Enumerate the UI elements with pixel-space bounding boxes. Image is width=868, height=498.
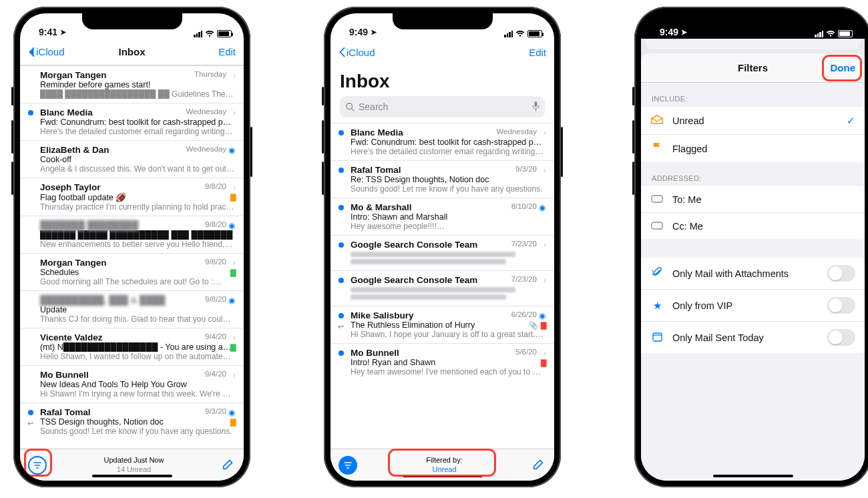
reply-icon: ↩ — [27, 419, 33, 428]
mail-row[interactable]: Mo & Marshall 8/10/20 ◉ Intro: Shawn and… — [331, 198, 554, 235]
cc-icon — [650, 220, 664, 232]
mail-row[interactable]: Vicente Valdez 9/4/20 ›▇ (mt) N█████████… — [20, 328, 244, 365]
search-field[interactable]: Search — [340, 96, 545, 117]
mail-date: Thursday — [194, 70, 226, 78]
mail-row[interactable]: Blanc Media Wednesday › Fwd: Conundrum: … — [331, 123, 554, 160]
mail-preview: Good morning all! The schedules are out!… — [40, 277, 234, 286]
filter-to-me[interactable]: To: Me — [641, 186, 865, 213]
compose-button[interactable] — [221, 457, 236, 473]
large-title: Inbox — [331, 65, 554, 96]
edit-button[interactable]: Edit — [218, 46, 236, 57]
section-include: INCLUDE: — [641, 83, 865, 107]
chevron-right-icon: › — [544, 240, 546, 250]
flag-icon: ▇ — [230, 418, 236, 427]
mail-preview: Hi Shawn! I'm trying a new format this w… — [40, 389, 234, 399]
mail-subject: TSS Design thoughts, Notion doc — [40, 417, 234, 427]
unread-dot — [339, 205, 344, 210]
mail-row[interactable]: ██████████, ███ & ████ 9/8/20 ◉ Update T… — [20, 290, 244, 328]
mail-date: 9/8/20 — [205, 295, 226, 303]
mail-preview: New enhancements to better serve you Hel… — [40, 240, 234, 249]
chevron-right-icon: › — [544, 348, 546, 358]
mail-date: 9/4/20 — [205, 332, 226, 340]
notify-icon: ◉ — [228, 146, 235, 155]
mail-list[interactable]: Blanc Media Wednesday › Fwd: Conundrum: … — [331, 123, 554, 449]
switch-attachments[interactable] — [827, 265, 855, 282]
switch-vip[interactable] — [827, 297, 855, 314]
mail-row[interactable]: Google Search Console Team 7/23/20 › — [331, 270, 554, 306]
mail-subject: Schedules — [40, 268, 234, 277]
mail-row[interactable]: ↩ Rafal Tomal 9/3/20 ◉▇ TSS Design thoug… — [20, 403, 244, 440]
location-icon: ➤ — [371, 28, 377, 36]
mail-date: Wednesday — [186, 107, 226, 115]
signal-icon — [815, 31, 823, 37]
filter-button-active[interactable] — [339, 456, 357, 475]
filter-cc-me[interactable]: Cc: Me — [641, 213, 865, 239]
star-icon: ★ — [650, 300, 664, 312]
flag-icon: ▇ — [541, 321, 546, 330]
unread-dot — [339, 242, 344, 248]
mail-subject: Intro! Ryan and Shawn — [351, 358, 545, 367]
paperclip-icon: 📎 — [529, 321, 538, 330]
edit-button[interactable]: Edit — [529, 47, 546, 58]
filter-flagged[interactable]: Flagged — [641, 135, 865, 162]
mail-row[interactable]: Blanc Media Wednesday › Fwd: Conundrum: … — [20, 103, 244, 140]
compose-button[interactable] — [531, 457, 546, 473]
mail-row[interactable]: Google Search Console Team 7/23/20 › — [331, 235, 554, 270]
nav-bar: iCloud Edit — [331, 39, 554, 65]
notify-icon: ◉ — [228, 221, 235, 230]
filters-sheet: Filters Done INCLUDE: Unread ✓ — [641, 53, 865, 481]
home-indicator — [713, 475, 793, 477]
chevron-right-icon: › — [233, 333, 236, 342]
mail-list[interactable]: Morgan Tangen Thursday › Reminder before… — [20, 65, 244, 449]
battery-icon — [217, 30, 232, 37]
filter-icon — [33, 461, 42, 470]
filter-attachments[interactable]: Only Mail with Attachments — [641, 258, 865, 290]
notify-icon: ◉ — [228, 408, 235, 417]
chevron-right-icon: › — [233, 258, 236, 268]
mail-row[interactable]: Morgan Tangen 9/8/20 ›▇ Schedules Good m… — [20, 253, 244, 290]
mail-date: Wednesday — [186, 145, 226, 153]
mail-row[interactable]: Mo Bunnell 5/6/20 ›▇ Intro! Ryan and Sha… — [331, 343, 554, 381]
mail-row[interactable]: Mo Bunnell 9/4/20 › New Ideas And Tools … — [20, 365, 244, 403]
status-unread-count: 14 Unread — [47, 465, 221, 474]
mail-subject: New Ideas And Tools To Help You Grow — [40, 380, 234, 389]
mail-date: 9/8/20 — [205, 220, 226, 228]
flag-icon: ▇ — [541, 358, 546, 367]
back-button[interactable]: iCloud — [28, 46, 65, 57]
mail-preview: ████ ████████████████ ██ Guidelines The … — [40, 89, 234, 99]
search-placeholder: Search — [359, 101, 388, 112]
filter-unread[interactable]: Unread ✓ — [641, 107, 865, 135]
done-button[interactable]: Done — [831, 62, 856, 73]
mail-date: 9/8/20 — [205, 182, 226, 190]
filter-status[interactable]: Filtered by: Unread — [357, 456, 531, 473]
mail-preview: Angela & I discussed this. We don't want… — [40, 164, 234, 174]
mail-row[interactable]: ElizaBeth & Dan Wednesday ◉ Cook-off Ang… — [20, 140, 244, 178]
search-icon — [345, 102, 355, 111]
mail-row[interactable]: Morgan Tangen Thursday › Reminder before… — [20, 65, 244, 103]
flag-icon: ▇ — [230, 193, 236, 202]
svg-rect-1 — [535, 101, 537, 107]
mail-date: 5/6/20 — [515, 348, 537, 356]
filter-icon — [343, 461, 353, 470]
wifi-icon — [515, 31, 525, 37]
mail-row[interactable]: Rafal Tomal 9/3/20 › Re: TSS Design thou… — [331, 160, 554, 198]
mail-date: 9/8/20 — [205, 258, 226, 266]
phone-frame-2: 9:49 ➤ iCloud Edit Inbox Search Blanc — [324, 7, 561, 487]
mail-row[interactable]: ↩ Mike Salisbury 6/26/20 ◉▇📎 The Ruthles… — [331, 306, 554, 343]
flag-icon: ▇ — [230, 268, 236, 277]
filter-button[interactable] — [28, 456, 47, 475]
mail-date: 7/23/20 — [511, 275, 537, 283]
battery-icon — [838, 30, 853, 37]
reply-icon: ↩ — [338, 322, 344, 331]
filter-today[interactable]: Only Mail Sent Today — [641, 322, 865, 353]
mail-preview: Hey awesome people!!!!… — [351, 222, 545, 231]
dictate-icon[interactable] — [532, 101, 539, 113]
mail-subject: Update — [40, 305, 234, 314]
back-button[interactable]: iCloud — [339, 47, 375, 58]
notify-icon: ◉ — [228, 296, 235, 305]
mail-row[interactable]: ███████ ████████ 9/8/20 ◉ ██████ █████ █… — [20, 216, 244, 253]
mail-row[interactable]: Joseph Taylor 9/8/20 ›▇ Flag football up… — [20, 178, 244, 216]
mail-subject: Flag football update 🏈 — [40, 192, 234, 202]
switch-today[interactable] — [827, 329, 855, 346]
filter-vip[interactable]: ★ Only from VIP — [641, 290, 865, 322]
